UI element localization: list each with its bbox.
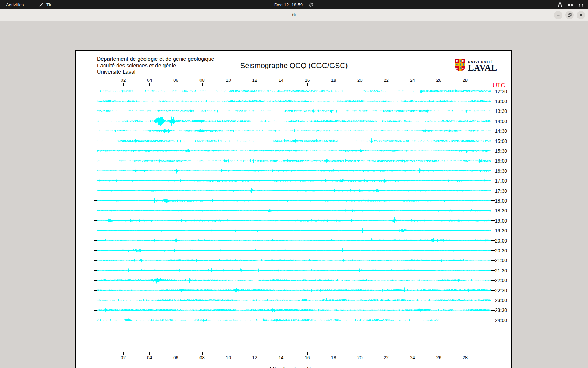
trace-tick-left — [94, 260, 97, 261]
trace-time-label: 16:00 — [495, 158, 507, 164]
trace-time-label: 18:00 — [495, 198, 507, 204]
x-tick-label-bottom: 20 — [357, 355, 362, 360]
trace-tick-left — [94, 310, 97, 311]
activities-button[interactable]: Activities — [6, 0, 24, 9]
trace-time-label: 19:30 — [495, 228, 507, 233]
x-tick-mark-top — [465, 83, 465, 86]
x-tick-label-top: 14 — [279, 77, 284, 83]
trace-time-label: 19:00 — [495, 218, 507, 224]
tk-app-label: Tk — [46, 2, 51, 7]
x-tick-label-bottom: 06 — [173, 355, 178, 360]
clock-menu[interactable]: Dec 12 18:59 — [274, 0, 314, 9]
trace-tick-right — [491, 270, 495, 271]
trace-tick-right — [491, 310, 495, 311]
x-tick-mark-bottom — [465, 352, 465, 355]
trace-tick-right — [491, 260, 495, 261]
tk-feather-icon — [38, 2, 44, 7]
trace-tick-left — [94, 320, 97, 320]
laval-shield-icon — [455, 59, 465, 73]
trace-tick-left — [94, 171, 97, 171]
desktop-screen: Activities Tk Dec 12 18:59 — [0, 0, 588, 368]
trace-tick-left — [94, 280, 97, 281]
close-button[interactable] — [577, 11, 585, 19]
trace-tick-right — [491, 91, 495, 91]
header-line-3: Université Laval — [97, 69, 214, 75]
trace-tick-right — [491, 181, 495, 181]
window-titlebar[interactable]: tk — [0, 9, 588, 21]
trace-tick-right — [491, 131, 495, 131]
x-tick-mark-bottom — [202, 352, 203, 355]
x-tick-mark-bottom — [413, 352, 413, 355]
trace-tick-left — [94, 111, 97, 111]
x-tick-mark-top — [229, 83, 229, 86]
clock-label: Dec 12 18:59 — [274, 2, 303, 7]
trace-tick-right — [491, 111, 495, 111]
x-tick-mark-top — [386, 83, 386, 86]
trace-time-label: 17:30 — [495, 188, 507, 194]
trace-time-label: 13:00 — [495, 98, 507, 104]
x-tick-label-bottom: 08 — [200, 355, 204, 360]
x-tick-mark-bottom — [149, 352, 150, 355]
x-tick-label-top: 02 — [121, 77, 126, 83]
trace-tick-right — [491, 250, 495, 251]
x-tick-label-top: 24 — [410, 77, 415, 83]
trace-time-label: 20:00 — [495, 238, 507, 244]
minimize-button[interactable] — [554, 11, 562, 19]
trace-tick-right — [491, 101, 495, 101]
x-tick-label-bottom: 16 — [305, 355, 310, 360]
trace-tick-right — [491, 220, 495, 221]
trace-time-label: 22:30 — [495, 288, 507, 293]
trace-time-label: 24:00 — [495, 318, 507, 323]
trace-tick-left — [94, 211, 97, 211]
gnome-top-bar: Activities Tk Dec 12 18:59 — [0, 0, 588, 9]
trace-time-label: 13:30 — [495, 108, 507, 114]
x-tick-label-bottom: 26 — [436, 355, 441, 360]
trace-time-label: 21:30 — [495, 268, 507, 273]
x-tick-mark-bottom — [229, 352, 229, 355]
trace-time-label: 22:00 — [495, 278, 507, 283]
x-tick-mark-top — [307, 83, 308, 86]
x-tick-label-bottom: 24 — [410, 355, 415, 360]
trace-tick-left — [94, 270, 97, 271]
trace-tick-left — [94, 231, 97, 231]
tk-app-indicator[interactable]: Tk — [38, 0, 51, 9]
x-tick-mark-bottom — [334, 352, 334, 355]
x-tick-label-top: 18 — [331, 77, 336, 83]
trace-tick-left — [94, 250, 97, 251]
trace-time-label: 14:30 — [495, 128, 507, 134]
trace-tick-left — [94, 300, 97, 300]
x-tick-mark-top — [176, 83, 176, 86]
trace-tick-left — [94, 121, 97, 121]
x-tick-label-top: 20 — [357, 77, 362, 83]
trace-tick-left — [94, 151, 97, 151]
header-line-2: Faculté des sciences et de génie — [97, 62, 214, 69]
trace-tick-left — [94, 240, 97, 241]
window-title: tk — [0, 9, 588, 21]
x-tick-mark-bottom — [360, 352, 360, 355]
x-tick-label-top: 26 — [436, 77, 441, 83]
trace-tick-right — [491, 211, 495, 211]
system-status-area[interactable] — [557, 0, 584, 9]
trace-tick-right — [491, 191, 495, 191]
trace-tick-right — [491, 171, 495, 171]
restore-window-button[interactable] — [565, 11, 574, 19]
institution-header: Département de géologie et de génie géol… — [97, 56, 214, 75]
x-tick-label-bottom: 14 — [279, 355, 284, 360]
trace-tick-left — [94, 181, 97, 181]
trace-tick-right — [491, 300, 495, 300]
trace-tick-right — [491, 240, 495, 241]
trace-tick-right — [491, 141, 495, 141]
trace-time-label: 17:00 — [495, 178, 507, 184]
seismogram-trace-canvas — [97, 86, 491, 352]
x-axis-label: Minutes écoulées — [270, 366, 318, 368]
x-tick-label-bottom: 28 — [463, 355, 468, 360]
trace-time-label: 23:30 — [495, 307, 507, 313]
trace-time-label: 15:30 — [495, 148, 507, 154]
plot-title: Séismographe QCQ (CGC/GSC) — [240, 61, 348, 70]
trace-tick-left — [94, 290, 97, 291]
x-tick-mark-top — [255, 83, 255, 86]
x-tick-mark-top — [149, 83, 150, 86]
activities-label: Activities — [6, 2, 24, 7]
logo-laval-text: LAVAL — [468, 64, 497, 72]
power-icon — [578, 2, 584, 8]
